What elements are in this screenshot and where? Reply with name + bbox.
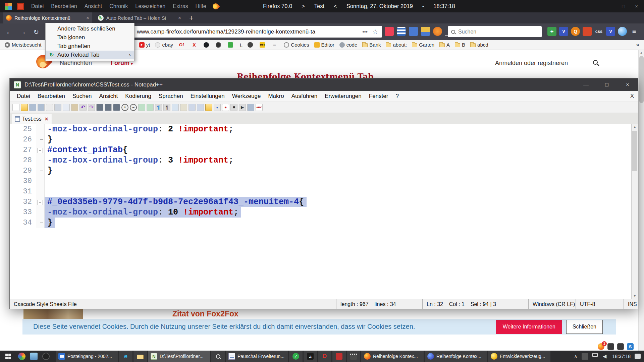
- save-macro-icon[interactable]: [247, 104, 254, 111]
- notepad-menu-werkzeuge[interactable]: Werkzeuge: [228, 93, 265, 100]
- taskbar-button-posteingang-2002[interactable]: Posteingang - 2002...: [56, 351, 118, 362]
- v-badge-2-icon[interactable]: V: [606, 27, 615, 36]
- scroll-up-icon[interactable]: ▲: [639, 50, 644, 55]
- define-language-icon[interactable]: [180, 104, 187, 111]
- image-viewer-icon[interactable]: [30, 353, 38, 360]
- maximize-icon[interactable]: □: [622, 3, 625, 9]
- cookie-close-button[interactable]: Schließen: [566, 320, 603, 334]
- pocket-icon[interactable]: [385, 27, 394, 36]
- notepad-menu-makro[interactable]: Makro: [264, 93, 287, 100]
- tv-icon[interactable]: [17, 3, 24, 10]
- forward-icon[interactable]: →: [17, 26, 28, 37]
- search-input[interactable]: [458, 29, 535, 35]
- browser-tab-reihenfolge-kontextmenü[interactable]: Reihenfolge Kontextmenü×: [3, 12, 92, 23]
- notepad-menu-datei[interactable]: Datei: [13, 93, 34, 100]
- document-tab-close-icon[interactable]: ✕: [45, 116, 49, 122]
- bookmark-about[interactable]: about:: [386, 42, 407, 48]
- sync-scroll-h-icon[interactable]: [147, 104, 154, 111]
- bookmark-x-red[interactable]: X: [192, 42, 199, 48]
- notepad-menu-item[interactable]: ?: [392, 93, 402, 100]
- context-menu-item-auto-reload-tab[interactable]: Auto Reload Tab›: [46, 51, 134, 59]
- bookmark-code[interactable]: code: [339, 42, 358, 48]
- find-icon[interactable]: [96, 104, 103, 111]
- tray-skype[interactable]: [627, 343, 634, 350]
- bookmark-star-icon[interactable]: ☆: [372, 28, 378, 36]
- taskbar-button-d-test-profilordner[interactable]: D:\Test\Profilordner...: [148, 351, 210, 362]
- system-menu-extras[interactable]: Extras: [169, 0, 192, 12]
- taskbar-button-search[interactable]: [211, 351, 225, 362]
- taskbar-button-d-red[interactable]: [318, 351, 331, 362]
- bookmark-list-dark[interactable]: ≡: [272, 42, 279, 48]
- tab-close-icon[interactable]: ×: [178, 15, 181, 21]
- zoom-out-icon[interactable]: [130, 104, 137, 111]
- folder-blue-icon[interactable]: [409, 27, 418, 36]
- taskbar-button-red-app[interactable]: [332, 351, 346, 362]
- minimize-icon[interactable]: —: [607, 3, 612, 9]
- reload-icon[interactable]: ↻: [31, 26, 42, 37]
- notepad-menu-bearbeiten[interactable]: Bearbeiten: [34, 93, 69, 100]
- bookmark-yt[interactable]: yt: [139, 42, 150, 48]
- play-macro-icon[interactable]: [239, 104, 246, 111]
- notepad-menu-sprachen[interactable]: Sprachen: [155, 93, 187, 100]
- bookmark-ebay[interactable]: ebay: [155, 42, 173, 48]
- redo-icon[interactable]: [88, 104, 95, 111]
- tab-close-icon[interactable]: ×: [86, 15, 89, 21]
- scroll-up-icon[interactable]: ▲: [632, 124, 638, 130]
- save-all-icon[interactable]: [38, 104, 45, 111]
- context-menu-item-tab-anheften[interactable]: Tab anheften: [46, 42, 134, 51]
- green-plus-icon[interactable]: +: [547, 27, 556, 36]
- editor-scrollbar-thumb[interactable]: [632, 131, 637, 171]
- monitor-icon[interactable]: [592, 353, 598, 357]
- notepad-menu-erweiterungen[interactable]: Erweiterungen: [321, 93, 365, 100]
- context-menu-item-tab-klonen[interactable]: Tab klonen: [46, 33, 134, 42]
- doc-map-icon[interactable]: [189, 104, 196, 111]
- stop-macro-icon[interactable]: [230, 104, 237, 111]
- system-menu-hilfe[interactable]: Hilfe: [192, 0, 210, 12]
- word-wrap-icon[interactable]: [155, 104, 162, 111]
- new-tab-button[interactable]: +: [189, 12, 194, 23]
- app-menu-icon[interactable]: ≡: [630, 27, 639, 36]
- notepad-menu-kodierung[interactable]: Kodierung: [121, 93, 155, 100]
- taskbar-button-clapper[interactable]: [347, 351, 360, 362]
- record-macro-icon[interactable]: [222, 104, 229, 111]
- bookmark-cookies[interactable]: Cookies: [284, 42, 309, 48]
- undo-icon[interactable]: [79, 104, 87, 111]
- bookmark-globe-dark[interactable]: [216, 42, 223, 48]
- notepad-menu-einstellungen[interactable]: Einstellungen: [187, 93, 228, 100]
- taskbar-button-folder[interactable]: [133, 351, 147, 362]
- print-icon[interactable]: [46, 104, 53, 111]
- browser-tab-auto-reload-tab-holen-si[interactable]: Auto Reload Tab – Holen Si×: [95, 12, 184, 23]
- system-menu-ansicht[interactable]: Ansicht: [81, 0, 106, 12]
- sync-scroll-v-icon[interactable]: [138, 104, 145, 111]
- bookmark-green-square[interactable]: [228, 42, 235, 48]
- taskbar-clock[interactable]: 18:37:18: [612, 354, 631, 359]
- bookmark-m64-yellow[interactable]: M64: [260, 42, 267, 48]
- notepad-menu-ansicht[interactable]: Ansicht: [96, 93, 122, 100]
- minimize-icon[interactable]: —: [576, 82, 596, 88]
- bookmark-abcd[interactable]: abcd: [470, 42, 488, 48]
- notepad-title-bar[interactable]: N D:\Test\Profilordner\chrome\CSS\Test.c…: [10, 78, 638, 91]
- paste-icon[interactable]: [71, 104, 78, 111]
- notification-center-icon[interactable]: [635, 354, 641, 359]
- start-button[interactable]: [0, 351, 16, 362]
- bookmarks-overflow-icon[interactable]: »: [636, 42, 639, 48]
- search-bar[interactable]: [448, 26, 542, 37]
- bookmark-gf-red[interactable]: Gf: [178, 42, 186, 48]
- orange-circle-icon[interactable]: [433, 27, 442, 36]
- fold-collapse-icon[interactable]: [36, 197, 45, 207]
- fox-blue-icon[interactable]: [618, 27, 627, 36]
- new-file-icon[interactable]: [12, 104, 19, 111]
- film-icon[interactable]: [582, 353, 588, 360]
- folder-workspace-icon[interactable]: [205, 104, 212, 111]
- speaker-icon[interactable]: [602, 353, 608, 360]
- bookmark-bank[interactable]: Bank: [362, 42, 381, 48]
- page-scrollbar[interactable]: ▲: [638, 50, 644, 351]
- tray-dark-app-2[interactable]: [617, 343, 624, 350]
- taskbar-button-pauschal-erweiterun[interactable]: Pauschal Erweiterun...: [226, 351, 288, 362]
- replace-icon[interactable]: [105, 104, 112, 111]
- login-link[interactable]: Anmelden oder registrieren: [495, 60, 568, 67]
- css-badge-icon[interactable]: css: [594, 27, 603, 36]
- bookmark-editor[interactable]: Editor: [314, 42, 334, 48]
- notepad-menu-ausführen[interactable]: Ausführen: [288, 93, 321, 100]
- system-menu-datei[interactable]: Datei: [28, 0, 47, 12]
